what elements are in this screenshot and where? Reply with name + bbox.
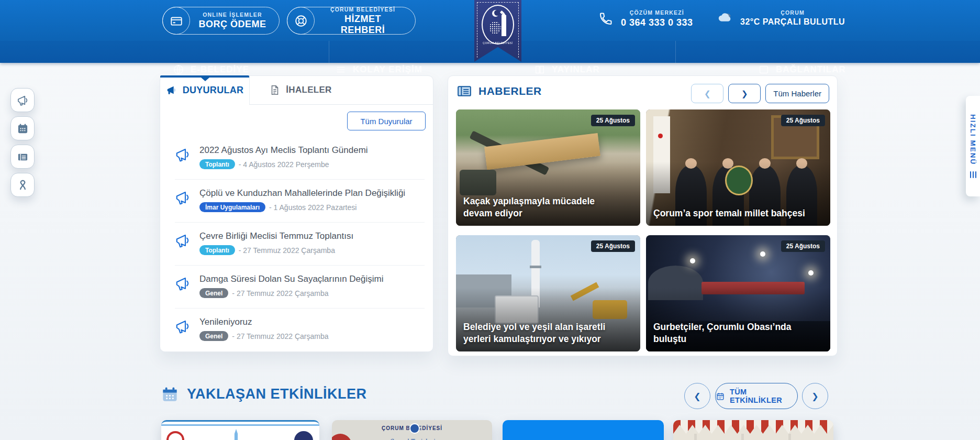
quick-menu-label: HIZLI MENÜ: [969, 114, 977, 165]
tab-label: DUYURULAR: [183, 85, 244, 96]
all-news-button[interactable]: Tüm Haberler: [765, 84, 829, 103]
book-icon: [534, 64, 545, 75]
weather-condition: 32°C PARÇALI BULUTLU: [740, 17, 845, 27]
all-announcements-button[interactable]: Tüm Duyurular: [347, 112, 426, 130]
fence-post: [788, 434, 791, 440]
red-seal-icon: [166, 431, 184, 440]
tab-duyurular[interactable]: DUYURULAR: [160, 76, 249, 104]
site-header: E-BELEDİYE KOLAY ERİŞİM YAYINLAR BAĞLANT…: [0, 0, 980, 63]
call-center-info[interactable]: ÇÖZÜM MERKEZİ 0 364 333 0 333: [598, 9, 693, 28]
tab-ihaleler[interactable]: İHALELER: [249, 76, 351, 104]
event-poster[interactable]: [503, 420, 664, 440]
announcement-row[interactable]: 2022 Ağustos Ayı Meclis Toplantı Gündemi…: [175, 137, 425, 180]
news-card[interactable]: 25 Ağustos Çorum’a spor temalı millet ba…: [646, 109, 830, 226]
calendar-icon: [161, 385, 179, 403]
announcement-title: Çevre Birliği Meclisi Temmuz Toplantısı: [199, 231, 353, 241]
news-prev-button[interactable]: ❮: [691, 84, 723, 103]
nav-item-e-belediye[interactable]: E-BELEDİYE: [173, 64, 249, 75]
nav-label: BAĞLANTILAR: [776, 64, 846, 75]
quick-menu-tab[interactable]: HIZLI MENÜ: [966, 96, 980, 196]
nav-label: KOLAY ERİŞİM: [353, 64, 422, 75]
category-badge: Toplantı: [199, 159, 235, 169]
weather-info: ÇORUM 32°C PARÇALI BULUTLU: [717, 9, 845, 27]
announcement-row[interactable]: Damga Süresi Dolan Su Sayaçlarının Değiş…: [175, 266, 425, 309]
category-badge: Genel: [199, 331, 228, 341]
globe-icon: [173, 64, 184, 75]
borc-odeme-button[interactable]: ONLINE İŞLEMLER BORÇ ÖDEME: [162, 7, 280, 35]
clock-tower-icon: [502, 15, 506, 36]
announcement-date: - 27 Temmuz 2022 Çarşamba: [239, 246, 335, 255]
news-date-badge: 25 Ağustos: [591, 115, 635, 126]
fence-post: [741, 434, 744, 440]
button-label: BORÇ ÖDEME: [197, 19, 268, 30]
news-card-title: Belediye yol ve yeşil alan işaretli yerl…: [463, 321, 619, 346]
logo-emblem: ÇORUM BELEDİYESİ: [482, 5, 514, 45]
chevron-right-icon: ❯: [811, 391, 818, 401]
fence-post: [694, 434, 697, 440]
megaphone-icon: [175, 276, 191, 291]
megaphone-icon: [175, 190, 191, 205]
news-date-badge: 25 Ağustos: [781, 115, 825, 126]
chevron-right-icon: ❯: [741, 89, 748, 98]
hizmet-rehberi-button[interactable]: ÇORUM BELEDİYESİ HİZMET REHBERİ: [287, 7, 416, 35]
logo-text: ÇORUM BELEDİYESİ: [483, 41, 513, 45]
category-badge: Toplantı: [199, 245, 235, 255]
poster-subtitle: Sosyal Tesisleri: [332, 438, 492, 440]
call-center-label: ÇÖZÜM MERKEZİ: [621, 9, 693, 16]
megaphone-icon: [175, 147, 191, 162]
calendar-icon: [17, 123, 29, 135]
dome-pattern: [489, 21, 501, 34]
cloud-icon: [717, 10, 733, 26]
news-next-button[interactable]: ❯: [728, 84, 761, 103]
all-events-button[interactable]: TÜM ETKİNLİKLER: [715, 383, 798, 409]
nav-item-baglantilar[interactable]: BAĞLANTILAR: [758, 64, 846, 75]
announcement-row[interactable]: Çöplü ve Kunduzhan Mahallelerinde Plan D…: [175, 180, 425, 223]
announcement-date: - 4 Ağustos 2022 Perşembe: [239, 160, 329, 169]
category-badge: İmar Uygulamaları: [199, 202, 265, 212]
nav-label: E-BELEDİYE: [191, 64, 249, 75]
announcement-title: 2022 Ağustos Ayı Meclis Toplantı Gündemi: [199, 145, 368, 156]
menu-bars-icon: [970, 171, 976, 178]
pennant-flags: [673, 420, 833, 434]
news-card[interactable]: 25 Ağustos Belediye yol ve yeşil alan iş…: [456, 235, 640, 351]
announcement-list: 2022 Ağustos Ayı Meclis Toplantı Gündemi…: [175, 137, 425, 351]
news-card[interactable]: 25 Ağustos Gurbetçiler, Çorumlu Obası’nd…: [646, 235, 830, 351]
sidebar-item-events[interactable]: [10, 116, 35, 140]
events-next-button[interactable]: ❯: [802, 383, 828, 409]
news-controls: ❮ ❯ Tüm Haberler: [691, 84, 829, 103]
event-poster[interactable]: [161, 420, 319, 440]
news-panel: HABERLER ❮ ❯ Tüm Haberler 25 Ağustos Kaç…: [448, 75, 838, 356]
news-card-title: Çorum’a spor temalı millet bahçesi: [653, 207, 809, 220]
credit-card-icon: [170, 14, 183, 28]
button-sublabel: ONLINE İŞLEMLER: [197, 12, 268, 18]
newspaper-icon: [17, 151, 29, 163]
announcement-row[interactable]: Yenileniyoruz Genel - 27 Temmuz 2022 Çar…: [175, 309, 425, 351]
newspaper-icon: [456, 83, 472, 99]
news-date-badge: 25 Ağustos: [781, 240, 825, 252]
event-poster[interactable]: [673, 420, 833, 440]
announcement-date: - 27 Temmuz 2022 Çarşamba: [232, 332, 328, 340]
events-prev-button[interactable]: ❮: [684, 383, 710, 409]
navy-seal-icon: [294, 431, 313, 440]
sidebar-item-news[interactable]: [10, 145, 35, 169]
announcement-title: Çöplü ve Kunduzhan Mahallelerinde Plan D…: [199, 188, 405, 199]
nav-item-kolay-erisim[interactable]: KOLAY ERİŞİM: [335, 64, 422, 75]
announcement-date: - 1 Ağustos 2022 Pazartesi: [269, 203, 357, 212]
weather-city: ÇORUM: [740, 9, 845, 16]
all-events-label: TÜM ETKİNLİKLER: [730, 388, 797, 404]
sidebar-item-projects[interactable]: [10, 173, 35, 197]
news-card[interactable]: 25 Ağustos Kaçak yapılaşmayla mücadele d…: [456, 109, 640, 226]
sidebar-item-announcements[interactable]: [10, 88, 35, 112]
announcement-row[interactable]: Çevre Birliği Meclisi Temmuz Toplantısı …: [175, 223, 425, 266]
event-poster[interactable]: ÇORUM BELEDİYESİ Sosyal Tesisleri: [332, 420, 492, 440]
calendar-icon: [716, 391, 725, 401]
phone-icon: [598, 11, 614, 27]
nav-item-yayinlar[interactable]: YAYINLAR: [534, 64, 600, 75]
announcement-title: Damga Süresi Dolan Su Sayaçlarının Değiş…: [199, 274, 384, 284]
announcements-panel: DUYURULAR İHALELER Tüm Duyurular 2022 Ağ…: [160, 75, 433, 352]
chevron-left-icon: ❮: [704, 89, 711, 98]
button-label: HİZMET REHBERİ: [322, 14, 404, 36]
button-sublabel: ÇORUM BELEDİYESİ: [322, 6, 404, 13]
tab-underline: [249, 104, 433, 105]
menu-lines-icon: [335, 64, 347, 75]
